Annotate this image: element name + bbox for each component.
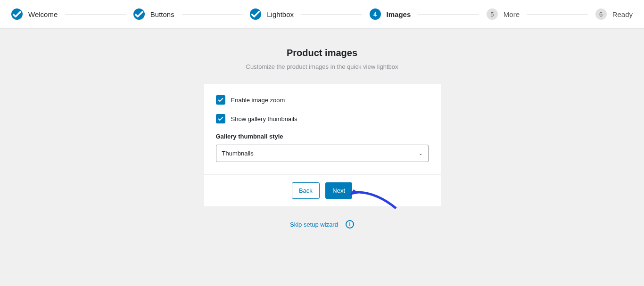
page-title: Product images [100,48,544,58]
checkbox-row-zoom: Enable image zoom [216,95,429,105]
thumbnail-style-select[interactable]: Thumbnails ⌄ [216,145,429,162]
check-icon [133,8,145,20]
step-label: Welcome [28,10,58,18]
checkbox-show-thumbnails[interactable] [216,114,225,123]
settings-card: Enable image zoom Show gallery thumbnail… [203,83,441,207]
stepper: Welcome Buttons Lightbox 4 Images 5 More… [0,0,644,29]
step-images[interactable]: 4 Images [370,8,411,20]
step-lightbox[interactable]: Lightbox [250,8,294,20]
back-button[interactable]: Back [292,182,320,199]
card-body: Enable image zoom Show gallery thumbnail… [204,84,441,174]
connector [418,14,479,15]
step-label: Lightbox [267,10,294,18]
step-label: Images [387,10,411,18]
main-content: Product images Customize the product ima… [100,48,544,229]
connector [182,14,243,15]
step-buttons[interactable]: Buttons [133,8,174,20]
checkbox-enable-zoom[interactable] [216,95,225,105]
checkbox-label: Show gallery thumbnails [231,115,297,123]
connector [301,14,362,15]
info-icon[interactable]: i [346,220,354,229]
step-badge-number: 4 [370,8,381,20]
page-subtitle: Customize the product images in the quic… [100,63,544,70]
chevron-down-icon: ⌄ [419,151,422,156]
check-icon [250,8,261,20]
step-badge-number: 6 [595,8,607,20]
step-label: More [504,10,520,18]
connector [527,14,588,15]
step-badge-number: 5 [487,8,498,20]
skip-setup-link[interactable]: Skip setup wizard [290,221,338,228]
step-more[interactable]: 5 More [487,8,520,20]
step-ready[interactable]: 6 Ready [595,8,633,20]
step-welcome[interactable]: Welcome [11,8,58,20]
next-button[interactable]: Next [325,182,352,199]
checkbox-row-thumbnails: Show gallery thumbnails [216,114,429,123]
field-label-thumbnail-style: Gallery thumbnail style [216,133,429,140]
skip-row: Skip setup wizard i [100,220,544,229]
card-footer: Back Next [204,174,441,206]
connector [65,14,126,15]
select-value: Thumbnails [222,150,254,157]
check-icon [11,8,23,20]
step-label: Ready [612,10,633,18]
step-label: Buttons [150,10,174,18]
checkbox-label: Enable image zoom [231,97,285,104]
